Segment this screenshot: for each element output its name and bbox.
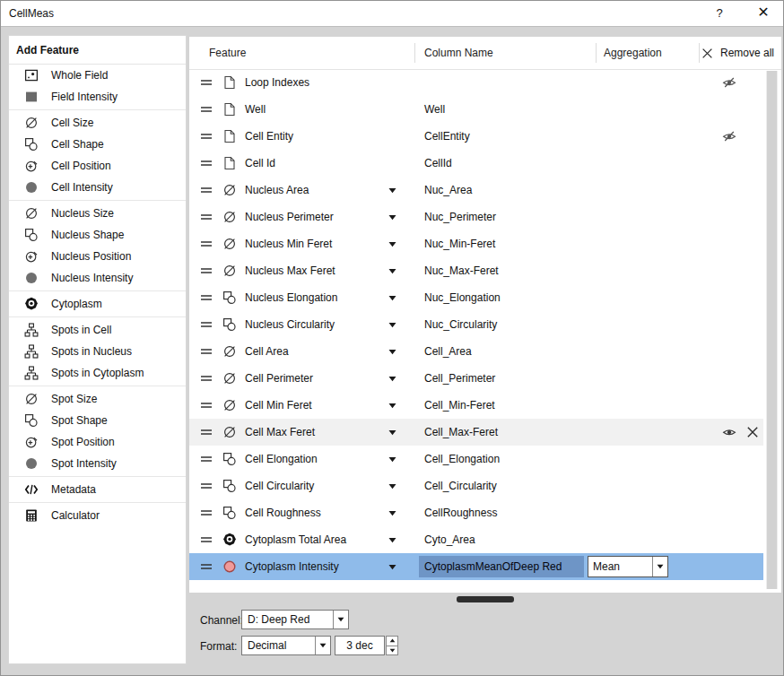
channel-dropdown[interactable]: D: Deep Red [241, 610, 349, 629]
sidebar-item-whole-field[interactable]: Whole Field [9, 65, 186, 86]
sidebar-item-cell-shape[interactable]: Cell Shape [9, 134, 186, 155]
drag-handle-icon[interactable] [200, 75, 213, 90]
table-row[interactable]: Cell EntityCellEntity [189, 123, 763, 150]
title-bar: CellMeas ? ✕ [1, 1, 783, 27]
caret-down-icon[interactable] [388, 456, 396, 463]
drag-handle-icon[interactable] [200, 479, 213, 493]
drag-handle-icon[interactable] [200, 156, 213, 170]
sidebar-item-cytoplasm[interactable]: Cytoplasm [9, 293, 186, 315]
table-row[interactable]: Cell Min FeretCell_Min-Feret [189, 392, 763, 419]
table-row[interactable]: WellWell [189, 96, 763, 123]
table-row[interactable]: Nucleus ElongationNuc_Elongation [189, 284, 763, 311]
chevron-down-icon[interactable] [652, 557, 667, 576]
sidebar-item-spot-shape[interactable]: Spot Shape [9, 410, 186, 431]
close-button[interactable]: ✕ [753, 4, 774, 23]
caret-down-icon[interactable] [388, 295, 396, 301]
sidebar-item-metadata[interactable]: Metadata [9, 479, 186, 500]
table-row[interactable]: Nucleus AreaNuc_Area [189, 177, 763, 204]
table-row[interactable]: Cell ElongationCell_Elongation [189, 446, 763, 472]
eye-icon[interactable] [722, 425, 736, 439]
sidebar-item-spot-size[interactable]: Spot Size [9, 388, 186, 410]
drag-handle-icon[interactable] [200, 264, 213, 278]
table-row[interactable]: Cytoplasm IntensityCytoplasmMeanOfDeep R… [189, 553, 763, 580]
table-row[interactable]: Nucleus PerimeterNuc_Perimeter [189, 204, 763, 230]
column-name-field[interactable]: CytoplasmMeanOfDeep Red [419, 556, 584, 577]
sidebar-item-field-intensity[interactable]: Field Intensity [9, 86, 186, 108]
drag-handle-icon[interactable] [200, 425, 213, 439]
table-row[interactable]: Cell AreaCell_Area [189, 338, 763, 365]
caret-down-icon[interactable] [388, 403, 396, 409]
table-row[interactable]: Cell IdCellId [189, 150, 763, 177]
sidebar-item-spots-in-nucleus[interactable]: Spots in Nucleus [9, 341, 186, 362]
sidebar-item-cell-intensity[interactable]: Cell Intensity [9, 177, 186, 198]
sidebar-item-nucleus-shape[interactable]: Nucleus Shape [9, 224, 186, 246]
caret-down-icon[interactable] [388, 510, 396, 516]
drag-handle-icon[interactable] [200, 398, 213, 412]
caret-down-icon[interactable] [388, 483, 396, 490]
table-row[interactable]: Nucleus CircularityNuc_Circularity [189, 311, 763, 338]
sidebar-item-cell-size[interactable]: Cell Size [9, 112, 186, 134]
sidebar-item-calculator[interactable]: Calculator [9, 505, 186, 526]
spots-icon [24, 366, 39, 380]
caret-down-icon[interactable] [388, 429, 396, 436]
drag-handle-icon[interactable] [200, 559, 213, 574]
spinner-down-button[interactable] [386, 646, 398, 656]
eye-slash-icon[interactable] [722, 129, 736, 143]
table-row[interactable]: Cell Max FeretCell_Max-Feret [189, 419, 763, 446]
intensity-icon [24, 271, 39, 285]
sidebar-item-spots-in-cell[interactable]: Spots in Cell [9, 319, 186, 341]
drag-handle-icon[interactable] [200, 317, 213, 332]
caret-down-icon[interactable] [388, 268, 396, 274]
caret-down-icon[interactable] [388, 349, 396, 355]
drag-handle-icon[interactable] [200, 129, 213, 143]
decimals-field[interactable]: 3 dec [335, 636, 385, 655]
table-row[interactable]: Nucleus Max FeretNuc_Max-Feret [189, 257, 763, 284]
table-row[interactable]: Cell RoughnessCellRoughness [189, 499, 763, 526]
drag-handle-icon[interactable] [200, 183, 213, 197]
aggregation-dropdown[interactable]: Mean [588, 556, 668, 577]
sidebar-item-label: Field Intensity [51, 91, 118, 103]
drag-handle-icon[interactable] [200, 344, 213, 359]
sidebar-item-spot-position[interactable]: Spot Position [9, 431, 186, 453]
table-row[interactable]: Cytoplasm Total AreaCyto_Area [189, 526, 763, 553]
chevron-down-icon[interactable] [315, 637, 330, 654]
feature-label: Cell Perimeter [245, 372, 313, 385]
column-name-value: CellId [424, 157, 452, 169]
table-row[interactable]: Cell PerimeterCell_Perimeter [189, 365, 763, 392]
drag-handle-icon[interactable] [200, 452, 213, 466]
remove-all-button[interactable]: Remove all [701, 37, 774, 69]
table-row[interactable]: Loop Indexes [189, 69, 763, 96]
table-row[interactable]: Nucleus Min FeretNuc_Min-Feret [189, 230, 763, 257]
caret-down-icon[interactable] [388, 187, 396, 194]
vertical-scrollbar[interactable] [766, 71, 778, 589]
chevron-down-icon[interactable] [333, 611, 348, 628]
sidebar-item-cell-position[interactable]: Cell Position [9, 155, 186, 177]
format-dropdown[interactable]: Decimal [241, 636, 331, 655]
scrollbar-thumb[interactable] [767, 71, 777, 589]
caret-down-icon[interactable] [388, 241, 396, 247]
sidebar-item-nucleus-intensity[interactable]: Nucleus Intensity [9, 267, 186, 289]
sidebar-item-spots-in-cytoplasm[interactable]: Spots in Cytoplasm [9, 362, 186, 384]
spinner-up-button[interactable] [386, 636, 398, 646]
drag-handle-icon[interactable] [200, 533, 213, 547]
caret-down-icon[interactable] [388, 564, 396, 570]
caret-down-icon[interactable] [388, 214, 396, 221]
caret-down-icon[interactable] [388, 376, 396, 382]
caret-down-icon[interactable] [388, 537, 396, 543]
eye-slash-icon[interactable] [722, 75, 736, 90]
drag-handle-icon[interactable] [200, 102, 213, 117]
drag-handle-icon[interactable] [200, 237, 213, 251]
drag-handle-icon[interactable] [200, 210, 213, 224]
help-button[interactable]: ? [711, 6, 727, 22]
sidebar-item-nucleus-size[interactable]: Nucleus Size [9, 203, 186, 224]
drag-handle-icon[interactable] [200, 371, 213, 386]
sidebar-item-spot-intensity[interactable]: Spot Intensity [9, 453, 186, 474]
drag-handle-icon[interactable] [200, 506, 213, 520]
drag-handle-icon[interactable] [200, 290, 213, 305]
resize-grip[interactable] [457, 596, 514, 602]
caret-down-icon[interactable] [388, 322, 396, 328]
column-name-value: Cell_Min-Feret [424, 399, 495, 412]
x-icon[interactable] [745, 425, 760, 439]
table-row[interactable]: Cell CircularityCell_Circularity [189, 472, 763, 499]
sidebar-item-nucleus-position[interactable]: Nucleus Position [9, 246, 186, 267]
